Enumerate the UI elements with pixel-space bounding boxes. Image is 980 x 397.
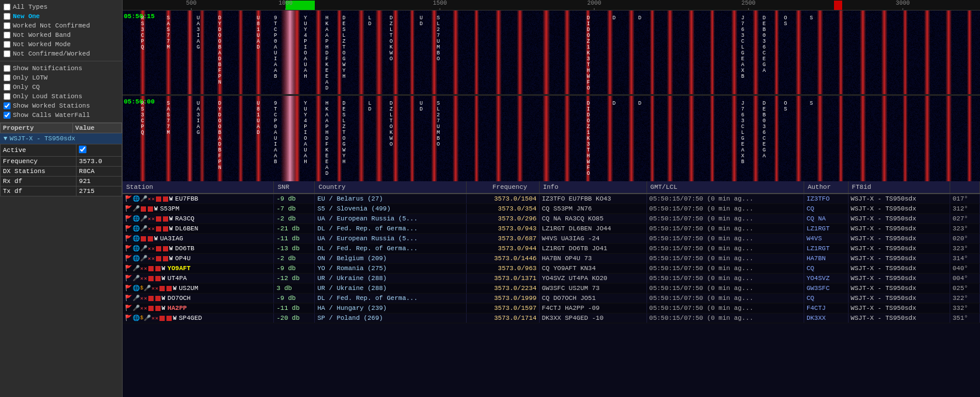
filter-new-one-label: New One bbox=[13, 13, 40, 20]
table-row[interactable]: 🚩🎤✕✕WDO7OCH-9 dbDL / Fed. Rep. of Germa.… bbox=[123, 294, 980, 303]
freq-ruler-inner: 500 1000 1500 2000 2500 3000 bbox=[123, 0, 980, 10]
x-icon-1: ✕ bbox=[148, 256, 151, 262]
prop-tx-df-name: Tx df bbox=[1, 187, 77, 196]
author-cell: IZ3TFO bbox=[804, 194, 848, 204]
filter-worked-not-confirmed-checkbox[interactable] bbox=[4, 22, 11, 29]
section-label: WSJT-X - TS950sdx bbox=[10, 135, 75, 142]
prop-dx-stations-name: DX Stations bbox=[1, 167, 77, 177]
prop-frequency-row: Frequency 3573.0 bbox=[1, 157, 122, 167]
mic-icon: 🎤 bbox=[133, 305, 140, 312]
country-cell: SP / Poland (269) bbox=[315, 313, 467, 323]
prop-active-name: Active bbox=[1, 144, 77, 157]
info-cell: W4VS UA3IAG -24 bbox=[539, 234, 647, 244]
author-cell: W4VS bbox=[804, 234, 848, 244]
opt-only-loud[interactable]: Only Loud Stations bbox=[4, 92, 119, 101]
w-label: W bbox=[169, 256, 173, 262]
col-station: Station bbox=[123, 181, 274, 194]
station-icons-cell: 🚩🌐$🎤✕✕WUS2UM bbox=[123, 284, 274, 294]
flag-icon: 🚩 bbox=[125, 305, 132, 312]
table-row[interactable]: 🚩🎤WS53PM-7 dbS5 / Slovenia (499)3573.0/3… bbox=[123, 204, 980, 214]
station-icons-cell: 🚩🎤WS53PM bbox=[123, 204, 274, 214]
ft8id-cell: WSJT-X - TS950sdx bbox=[848, 224, 950, 234]
opt-only-cq-checkbox[interactable] bbox=[4, 84, 11, 91]
author-cell: CQ bbox=[804, 204, 848, 214]
table-row[interactable]: 🚩🎤✕✕WYO9AFT-9 dbYO / Romania (275)3573.0… bbox=[123, 264, 980, 274]
filter-not-worked-band[interactable]: Not Worked Band bbox=[4, 30, 119, 40]
ft8id-cell: WSJT-X - TS950sdx bbox=[848, 294, 950, 303]
ft8id-cell: WSJT-X - TS950sdx bbox=[848, 254, 950, 264]
opt-show-worked[interactable]: Show Worked Stations bbox=[4, 101, 119, 111]
table-row[interactable]: 🚩🌐WUA3IAG-11 dbUA / European Russia (5..… bbox=[123, 234, 980, 244]
filter-all-types[interactable]: All Types bbox=[4, 2, 119, 12]
filter-not-confirmed-worked-checkbox[interactable] bbox=[4, 50, 11, 57]
frequency-cell: 3573.0/1999 bbox=[467, 294, 539, 303]
filter-not-worked-band-checkbox[interactable] bbox=[4, 32, 11, 39]
ft8id-cell: WSJT-X - TS950sdx bbox=[848, 274, 950, 284]
filter-new-one-checkbox[interactable] bbox=[4, 13, 11, 20]
degree-cell: 040° bbox=[950, 264, 979, 274]
table-row[interactable]: 🚩🌐🎤✕✕WDO6TB-13 dbDL / Fed. Rep. of Germa… bbox=[123, 244, 980, 254]
opt-show-notifications[interactable]: Show Notifications bbox=[4, 64, 119, 73]
degree-cell: 025° bbox=[950, 284, 979, 294]
station-icons-cell: 🚩🌐$🎤✕✕WSP4GED bbox=[123, 313, 274, 323]
station-table-body: 🚩🌐🎤✕✕WEU7FBB-9 dbEU / Belarus (27)3573.0… bbox=[123, 194, 980, 323]
info-cell: CQ DO7OCH JO51 bbox=[539, 294, 647, 303]
author-cell: HA7BN bbox=[804, 254, 848, 264]
col-ft8id: FT8id bbox=[848, 181, 950, 194]
w-label: W bbox=[169, 226, 173, 232]
properties-detail-table: Active Frequency 3573.0 DX Stations R8CA… bbox=[0, 144, 122, 196]
author-cell: F4CTJ bbox=[804, 303, 848, 313]
country-cell: ON / Belgium (209) bbox=[315, 254, 467, 264]
snr-cell: -9 db bbox=[274, 194, 315, 204]
opt-only-cq[interactable]: Only CQ bbox=[4, 82, 119, 92]
filter-not-worked-mode-checkbox[interactable] bbox=[4, 41, 11, 48]
globe-icon: 🌐 bbox=[133, 255, 140, 262]
ft8id-cell: WSJT-X - TS950sdx bbox=[848, 214, 950, 224]
expand-icon[interactable]: ▼ bbox=[4, 135, 8, 142]
filter-worked-not-confirmed[interactable]: Worked Not Confirmed bbox=[4, 21, 119, 30]
table-row[interactable]: 🚩🌐$🎤✕✕WUS2UM3 dbUR / Ukraine (288)3573.0… bbox=[123, 284, 980, 294]
table-row[interactable]: 🚩🌐$🎤✕✕WSP4GED-20 dbSP / Poland (269)3573… bbox=[123, 313, 980, 323]
station-icons-cell: 🚩🌐🎤✕✕WOP4U bbox=[123, 254, 274, 264]
opt-show-notifications-checkbox[interactable] bbox=[4, 65, 11, 72]
filter-not-worked-mode[interactable]: Not Worked Mode bbox=[4, 40, 119, 49]
x-icon-1: ✕ bbox=[148, 216, 151, 222]
gmt-cell: 05:50:15/07:50 (0 min ag... bbox=[647, 303, 804, 313]
table-row[interactable]: 🚩🎤✕✕WUT4PA-12 dbUR / Ukraine (288)3573.0… bbox=[123, 274, 980, 284]
x-icon-2: ✕ bbox=[144, 305, 147, 312]
opt-only-lotw-checkbox[interactable] bbox=[4, 74, 11, 81]
table-row[interactable]: 🚩🌐🎤✕✕WOP4U-2 dbON / Belgium (209)3573.0/… bbox=[123, 254, 980, 264]
info-cell: IZ3TFO EU7FBB KO43 bbox=[539, 194, 647, 204]
red-sq-1 bbox=[156, 226, 161, 232]
ruler-ticks bbox=[123, 0, 980, 10]
opt-only-lotw[interactable]: Only LOTW bbox=[4, 73, 119, 82]
opt-only-lotw-label: Only LOTW bbox=[13, 74, 47, 81]
red-sq-1 bbox=[156, 256, 161, 261]
table-row[interactable]: 🚩🎤✕✕WHA2PP-11 dbHA / Hungary (239)3573.0… bbox=[123, 303, 980, 313]
table-row[interactable]: 🚩🌐🎤✕✕WRA3CQ-2 dbUA / European Russia (5.… bbox=[123, 214, 980, 224]
globe-icon: 🌐 bbox=[133, 315, 140, 322]
filter-all-types-checkbox[interactable] bbox=[4, 4, 11, 11]
red-sq-1 bbox=[156, 196, 161, 202]
callsign: DL6BEN bbox=[175, 225, 199, 232]
filter-new-one[interactable]: New One bbox=[4, 12, 119, 21]
red-sq-2 bbox=[166, 316, 172, 321]
degree-cell: 027° bbox=[950, 214, 979, 224]
active-checkbox[interactable] bbox=[79, 146, 86, 153]
x-icon-2: ✕ bbox=[151, 256, 154, 262]
station-icons-cell: 🚩🌐WUA3IAG bbox=[123, 234, 274, 244]
station-table-header: Station SNR Country Frequency Info GMT/L… bbox=[123, 181, 980, 194]
filter-not-confirmed-worked[interactable]: Not Confirmed/Worked bbox=[4, 49, 119, 58]
opt-show-calls-wf-checkbox[interactable] bbox=[4, 112, 11, 119]
info-cell: YO4SVZ UT4PA KO20 bbox=[539, 274, 647, 284]
x-icon-1: ✕ bbox=[140, 265, 143, 272]
opt-show-calls-wf[interactable]: Show Calls WaterFall bbox=[4, 111, 119, 120]
table-row[interactable]: 🚩🌐🎤✕✕WDL6BEN-21 dbDL / Fed. Rep. of Germ… bbox=[123, 224, 980, 234]
table-row[interactable]: 🚩🌐🎤✕✕WEU7FBB-9 dbEU / Belarus (27)3573.0… bbox=[123, 194, 980, 204]
info-cell: CQ NA RA3CQ KO85 bbox=[539, 214, 647, 224]
opt-only-loud-checkbox[interactable] bbox=[4, 93, 11, 100]
info-cell: DK3XX SP4GED -10 bbox=[539, 313, 647, 323]
sidebar: All Types New One Worked Not Confirmed N… bbox=[0, 0, 123, 397]
opt-show-worked-checkbox[interactable] bbox=[4, 102, 11, 109]
snr-cell: -11 db bbox=[274, 234, 315, 244]
